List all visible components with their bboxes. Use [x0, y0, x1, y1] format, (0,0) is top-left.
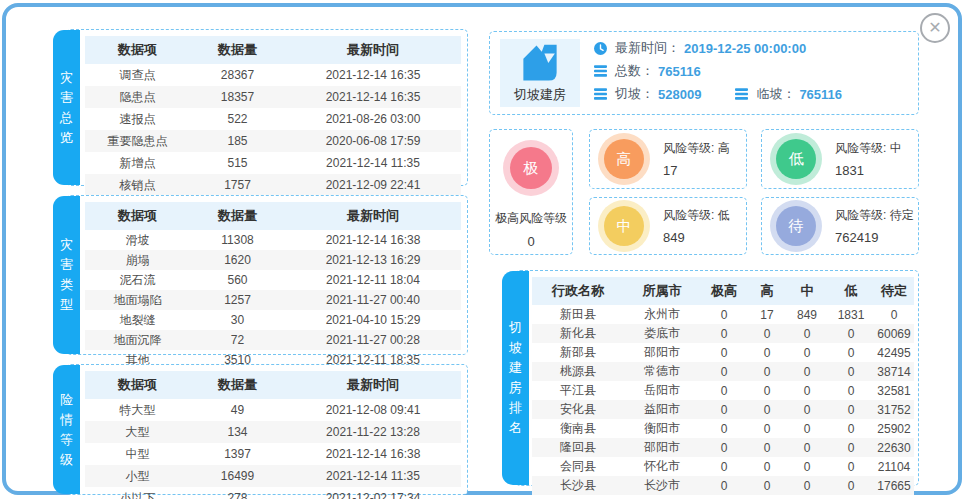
table-cell: 0 — [748, 381, 786, 400]
column-header: 数据项 — [85, 371, 190, 399]
table-cell: 崩塌 — [85, 250, 190, 270]
table-cell: 核销点 — [85, 174, 190, 196]
table-cell: 11308 — [190, 230, 285, 250]
slope-housing-ranking-table: 行政名称所属市极高高中低待定 新田县永州市01784918310新化县娄底市00… — [532, 277, 914, 495]
table-header-row: 行政名称所属市极高高中低待定 — [532, 277, 914, 305]
table-cell: 新增点 — [85, 152, 190, 174]
table-header-row: 数据项数据量最新时间 — [85, 371, 461, 399]
table-cell: 1620 — [190, 250, 285, 270]
near-slope-value: 765116 — [799, 87, 842, 102]
panel-tab-ranking: 切坡建房排名 — [502, 271, 529, 485]
table-cell: 速报点 — [85, 108, 190, 130]
time-label: 最新时间： — [615, 39, 680, 57]
disaster-type-table: 数据项数据量最新时间 滑坡113082021-12-14 16:38崩塌1620… — [85, 202, 461, 370]
table-cell: 32581 — [874, 381, 914, 400]
column-header: 最新时间 — [285, 371, 461, 399]
table-cell: 22630 — [874, 438, 914, 457]
table-cell: 0 — [748, 476, 786, 495]
panel-disaster-type: 灾害类型 数据项数据量最新时间 滑坡113082021-12-14 16:38崩… — [66, 195, 468, 355]
table-cell: 849 — [786, 305, 828, 324]
cut-slope-value: 528009 — [658, 87, 701, 102]
list-icon — [594, 65, 607, 77]
table-cell: 0 — [748, 438, 786, 457]
risk-card-text: 风险等级: 高 17 — [663, 140, 730, 178]
total-label: 总数： — [615, 62, 654, 80]
table-cell: 2021-12-11 18:04 — [285, 270, 461, 290]
table-cell: 泥石流 — [85, 270, 190, 290]
table-cell: 560 — [190, 270, 285, 290]
table-cell: 0 — [748, 362, 786, 381]
table-cell: 1257 — [190, 290, 285, 310]
danger-level-table: 数据项数据量最新时间 特大型492021-12-08 09:41大型134202… — [85, 371, 461, 499]
table-cell: 新邵县 — [532, 343, 624, 362]
risk-card-low-badge: 低 风险等级: 中 1831 — [761, 129, 919, 189]
table-cell: 2021-08-26 03:00 — [285, 108, 461, 130]
column-header: 所属市 — [624, 277, 700, 305]
column-header: 数据量 — [190, 371, 285, 399]
table-cell: 25902 — [874, 419, 914, 438]
table-row: 桃源县常德市000038714 — [532, 362, 914, 381]
stat-row-total: 总数： 765116 — [594, 63, 910, 79]
table-row: 特大型492021-12-08 09:41 — [85, 399, 461, 421]
table-row: 平江县岳阳市000032581 — [532, 381, 914, 400]
table-cell: 怀化市 — [624, 457, 700, 476]
column-header: 中 — [786, 277, 828, 305]
table-cell: 0 — [828, 381, 874, 400]
table-row: 衡南县衡阳市000025902 — [532, 419, 914, 438]
risk-badge-low: 低 — [776, 139, 816, 179]
panel-slope-housing-ranking: 切坡建房排名 行政名称所属市极高高中低待定 新田县永州市01784918310新… — [515, 270, 919, 486]
column-header: 数据项 — [85, 36, 190, 64]
table-cell: 0 — [748, 419, 786, 438]
table-cell: 地面沉降 — [85, 330, 190, 350]
table-cell: 0 — [828, 438, 874, 457]
table-cell: 1397 — [190, 443, 285, 465]
clock-icon — [594, 42, 607, 55]
slope-housing-stats: 最新时间： 2019-12-25 00:00:00 总数： 765116 — [594, 40, 910, 102]
table-cell: 31752 — [874, 400, 914, 419]
table-cell: 常德市 — [624, 362, 700, 381]
table-cell: 0 — [748, 324, 786, 343]
table-cell: 515 — [190, 152, 285, 174]
close-button[interactable]: ✕ — [920, 13, 950, 43]
risk-label: 风险等级: 中 — [835, 140, 902, 157]
table-cell: 永州市 — [624, 305, 700, 324]
table-row: 小型164992021-12-14 11:35 — [85, 465, 461, 487]
table-cell: 2021-12-14 11:35 — [285, 152, 461, 174]
table-cell: 0 — [786, 438, 828, 457]
table-cell: 0 — [828, 476, 874, 495]
risk-label: 风险等级: 高 — [663, 140, 730, 157]
table-cell: 134 — [190, 421, 285, 443]
table-cell: 17 — [748, 305, 786, 324]
table-cell: 2021-12-13 16:29 — [285, 250, 461, 270]
table-cell: 21104 — [874, 457, 914, 476]
risk-card-text: 风险等级: 低 849 — [663, 207, 730, 245]
risk-card-text: 风险等级: 待定 762419 — [835, 207, 914, 245]
table-cell: 2021-12-14 16:38 — [285, 230, 461, 250]
table-cell: 0 — [874, 305, 914, 324]
table-cell: 大型 — [85, 421, 190, 443]
panel-tab-label: 灾害总览 — [60, 68, 74, 148]
table-row: 隆回县邵阳市000022630 — [532, 438, 914, 457]
table-cell: 0 — [700, 457, 748, 476]
table-cell: 30 — [190, 310, 285, 330]
table-cell: 岳阳市 — [624, 381, 700, 400]
cut-slope-label: 切坡： — [615, 85, 654, 103]
table-cell: 0 — [700, 343, 748, 362]
risk-badge-pending: 待 — [776, 206, 816, 246]
risk-card-pending: 待 风险等级: 待定 762419 — [761, 197, 919, 255]
panel-disaster-overview: 灾害总览 数据项数据量最新时间 调查点283672021-12-14 16:35… — [66, 29, 468, 186]
table-cell: 0 — [700, 400, 748, 419]
screen: ✕ 灾害总览 数据项数据量最新时间 调查点283672021-12-14 16:… — [0, 0, 967, 499]
table-row: 会同县怀化市000021104 — [532, 457, 914, 476]
table-cell: 特大型 — [85, 399, 190, 421]
risk-badge-high: 高 — [604, 139, 644, 179]
column-header: 低 — [828, 277, 874, 305]
stat-row-slopes: 切坡： 528009 临坡： 765116 — [594, 86, 910, 102]
table-cell: 0 — [828, 419, 874, 438]
dashboard-popup: ✕ 灾害总览 数据项数据量最新时间 调查点283672021-12-14 16:… — [2, 3, 962, 495]
risk-value: 762419 — [835, 230, 914, 245]
table-cell: 18357 — [190, 86, 285, 108]
table-cell: 0 — [748, 400, 786, 419]
risk-badge-extreme: 极 — [510, 147, 552, 189]
table-cell: 小以下 — [85, 487, 190, 499]
